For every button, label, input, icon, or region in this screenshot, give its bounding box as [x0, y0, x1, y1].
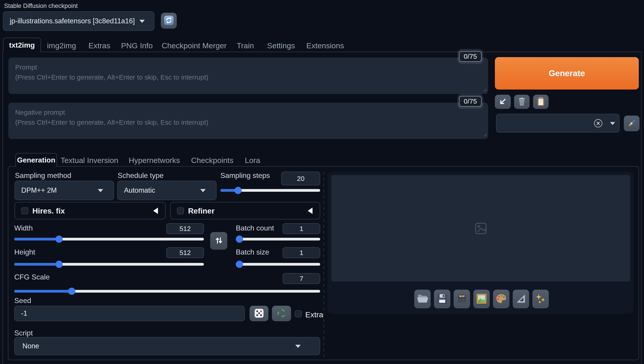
negative-placeholder-title: Negative prompt	[15, 107, 208, 117]
refresh-checkpoint-button[interactable]	[161, 13, 177, 29]
width-input[interactable]: 512	[166, 223, 204, 234]
save-image-button[interactable]	[434, 290, 450, 308]
sampling-steps-input[interactable]: 20	[281, 171, 320, 186]
seed-input[interactable]: -1	[14, 306, 245, 321]
dice-icon	[254, 308, 264, 319]
clear-prompt-button[interactable]	[514, 95, 530, 109]
slider-handle[interactable]	[236, 236, 243, 243]
accordion-arrow-icon	[308, 208, 312, 214]
slider-handle[interactable]	[234, 187, 242, 194]
open-folder-button[interactable]	[414, 290, 430, 308]
slider-fill	[14, 238, 59, 241]
negative-token-counter: 0/75	[459, 96, 482, 107]
refiner-accordion[interactable]: Refiner	[170, 202, 320, 219]
send-to-inpaint-button[interactable]	[493, 290, 509, 308]
save-zip-button[interactable]	[454, 290, 470, 308]
prompt-textarea[interactable]: Prompt (Press Ctrl+Enter to generate, Al…	[8, 58, 488, 94]
prompt-placeholder-hint: (Press Ctrl+Enter to generate, Alt+Enter…	[15, 72, 208, 82]
slider-fill	[14, 290, 72, 293]
script-label: Script	[14, 329, 33, 337]
tab-checkpoints[interactable]: Checkpoints	[191, 156, 233, 165]
refiner-checkbox[interactable]	[177, 207, 184, 214]
clipboard-icon	[536, 97, 545, 107]
recycle-icon	[276, 308, 287, 319]
tab-txt2img[interactable]: txt2img	[3, 38, 41, 52]
tab-settings[interactable]: Settings	[267, 41, 295, 50]
schedule-type-dropdown[interactable]: Automatic	[117, 181, 216, 200]
trash-icon	[517, 97, 526, 107]
batch-size-label: Batch size	[236, 248, 269, 256]
batch-count-input[interactable]: 1	[283, 223, 320, 234]
schedule-type-value: Automatic	[124, 186, 155, 195]
accordion-arrow-icon	[153, 208, 158, 214]
sampling-method-dropdown[interactable]: DPM++ 2M	[14, 181, 114, 200]
tab-hypernetworks[interactable]: Hypernetworks	[129, 156, 180, 165]
tab-extensions[interactable]: Extensions	[306, 41, 344, 50]
sparkles-icon	[535, 293, 546, 305]
slider-handle[interactable]	[56, 261, 63, 268]
tab-checkpoint-merger[interactable]: Checkpoint Merger	[162, 41, 226, 50]
seed-label: Seed	[14, 296, 31, 305]
width-label: Width	[14, 224, 33, 232]
triangle-ruler-icon	[515, 293, 526, 305]
file-box-icon	[456, 293, 468, 305]
height-input[interactable]: 512	[166, 247, 204, 258]
placeholder-text: Negative prompt (Press Ctrl+Enter to gen…	[15, 107, 208, 127]
batch-size-input[interactable]: 1	[283, 247, 320, 258]
tab-png-info[interactable]: PNG Info	[121, 41, 153, 50]
placeholder-text: Prompt (Press Ctrl+Enter to generate, Al…	[15, 62, 208, 82]
tab-generation[interactable]: Generation	[16, 153, 57, 166]
hires-fix-checkbox[interactable]	[21, 207, 28, 214]
swap-arrows-icon	[214, 242, 223, 246]
chevron-down-icon	[140, 20, 145, 23]
slider-handle[interactable]	[56, 236, 63, 243]
paste-generation-params-button[interactable]	[495, 95, 511, 109]
prompt-placeholder-title: Prompt	[15, 62, 208, 72]
prompt-token-counter: 0/75	[459, 51, 482, 62]
negative-prompt-textarea[interactable]: Negative prompt (Press Ctrl+Enter to gen…	[8, 103, 488, 139]
resize-handle-icon[interactable]	[482, 87, 487, 92]
send-to-img2img-button[interactable]	[474, 290, 490, 308]
cfg-scale-input[interactable]: 7	[283, 273, 320, 284]
clear-styles-button[interactable]	[594, 119, 602, 127]
tab-train[interactable]: Train	[237, 41, 254, 50]
batch-count-label: Batch count	[236, 224, 274, 232]
send-to-extras-button[interactable]	[513, 290, 529, 308]
styles-dropdown[interactable]	[496, 114, 620, 133]
script-dropdown[interactable]: None	[14, 337, 320, 355]
checkpoint-value: jp-illustrations.safetensors [3c8ed11a16…	[10, 17, 135, 25]
generate-button[interactable]: Generate	[495, 57, 639, 90]
slider-handle[interactable]	[236, 261, 243, 268]
apply-styles-button[interactable]	[533, 95, 548, 109]
slider-handle[interactable]	[68, 288, 75, 295]
prompt-token-counter-ring: 0/75	[457, 49, 483, 64]
chevron-down-icon	[295, 345, 301, 348]
chevron-down-icon	[98, 189, 103, 192]
tab-textual-inversion[interactable]: Textual Inversion	[60, 156, 118, 165]
schedule-type-label: Schedule type	[118, 171, 164, 180]
script-value: None	[22, 342, 39, 350]
checkpoint-label: Stable Diffusion checkpoint	[4, 3, 78, 10]
tab-img2img[interactable]: img2img	[47, 41, 76, 50]
upscale-button[interactable]	[532, 290, 549, 308]
negative-placeholder-hint: (Press Ctrl+Enter to generate, Alt+Enter…	[15, 117, 208, 127]
sampling-method-value: DPM++ 2M	[21, 186, 57, 195]
floppy-disk-icon	[436, 293, 448, 305]
arrow-down-left-icon	[498, 97, 507, 107]
tab-extras[interactable]: Extras	[88, 41, 110, 50]
random-seed-button[interactable]	[250, 306, 268, 321]
checkpoint-select[interactable]: jp-illustrations.safetensors [3c8ed11a16…	[3, 11, 154, 31]
slider-track[interactable]	[236, 238, 320, 241]
slider-track[interactable]	[236, 263, 320, 266]
seed-value: -1	[21, 309, 28, 317]
edit-styles-button[interactable]	[624, 116, 640, 131]
resize-handle-icon[interactable]	[482, 132, 487, 138]
cfg-scale-label: CFG Scale	[14, 273, 50, 281]
tab-lora[interactable]: Lora	[245, 156, 260, 165]
swap-width-height-button[interactable]	[210, 232, 227, 250]
folder-icon	[416, 293, 428, 305]
refiner-label: Refiner	[188, 206, 214, 215]
reuse-seed-button[interactable]	[272, 306, 291, 321]
extra-seed-checkbox[interactable]	[295, 310, 302, 317]
hires-fix-accordion[interactable]: Hires. fix	[14, 202, 166, 219]
